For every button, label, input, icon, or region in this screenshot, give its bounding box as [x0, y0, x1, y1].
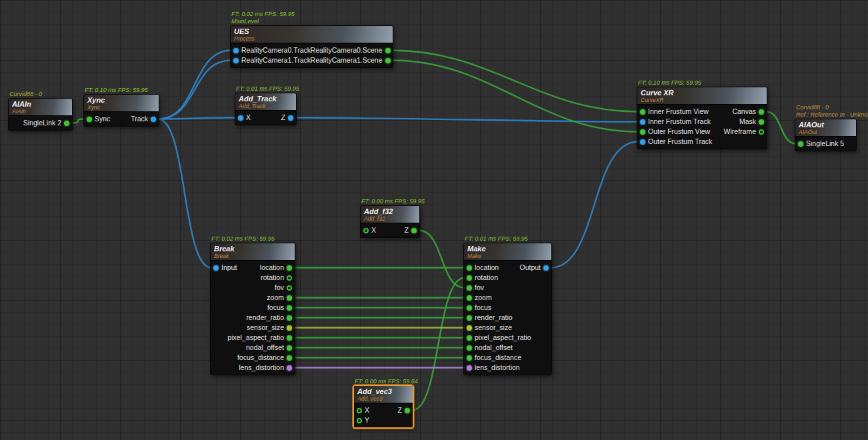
output-pin-nodal-offset[interactable]: [287, 345, 292, 351]
node-row: Y: [354, 415, 413, 425]
input-pin-x[interactable]: [363, 228, 369, 233]
input-pin-fov[interactable]: [467, 285, 472, 291]
input-pin-sensor-size[interactable]: [467, 325, 472, 331]
input-pin-rotation[interactable]: [467, 275, 472, 281]
pin-label: Wireframe: [724, 127, 756, 137]
node-aiaout[interactable]: Corvid88 - 0Ref : Reference In - Unknown…: [795, 119, 857, 151]
input-pin-nodal-offset[interactable]: [467, 345, 472, 351]
node-row: zoom: [464, 293, 551, 303]
node-header[interactable]: XyncXync: [84, 95, 159, 112]
pin-label: render_ratio: [475, 313, 513, 323]
output-pin-render-ratio[interactable]: [287, 315, 292, 321]
node-row: pixel_aspect_ratio: [211, 333, 295, 343]
pin-label: RealityCamera1.Scene: [311, 55, 383, 65]
node-subtitle: AIAOut: [799, 129, 853, 135]
output-pin-focus-distance[interactable]: [287, 355, 292, 361]
output-pin-fov[interactable]: [287, 285, 292, 291]
node-title: Xync: [87, 96, 155, 104]
pin-label: nodal_offset: [475, 343, 513, 353]
input-pin-outer-frustum-track[interactable]: [640, 139, 645, 145]
node-row: XZ: [354, 405, 413, 415]
node-title: Make: [467, 245, 548, 253]
node-header[interactable]: MakeMake: [464, 243, 551, 261]
node-make[interactable]: FT: 0.01 ms FPS: 59.95MakeMakelocationOu…: [463, 243, 552, 375]
pin-label: focus_distance: [237, 353, 284, 363]
output-pin-z[interactable]: [411, 228, 417, 233]
node-header[interactable]: Add_vec3Add_vec3: [354, 386, 413, 403]
nodes-layer: Corvid88 - 0AIAInAIAInSingleLink 2FT: 0.…: [0, 0, 868, 440]
node-annotations: FT: 0.01 ms FPS: 59.95: [465, 235, 528, 243]
input-pin-realitycamera1-track[interactable]: [233, 58, 239, 63]
node-row: RealityCamera0.TrackRealityCamera0.Scene: [231, 45, 393, 55]
node-row: render_ratio: [211, 313, 295, 323]
output-pin-z[interactable]: [288, 115, 293, 121]
node-header[interactable]: Curve XRCurveXR: [637, 87, 767, 105]
output-pin-realitycamera1-scene[interactable]: [385, 58, 391, 63]
output-pin-location[interactable]: [287, 265, 292, 271]
node-row: SingleLink 5: [795, 139, 856, 149]
output-pin-rotation[interactable]: [287, 275, 292, 281]
input-pin-zoom[interactable]: [467, 295, 472, 301]
output-pin-realitycamera0-scene[interactable]: [385, 48, 391, 53]
output-pin-mask[interactable]: [759, 119, 764, 125]
node-header[interactable]: Add_f32Add_f32: [361, 206, 419, 223]
node-ues[interactable]: FT: 0.02 ms FPS: 59.95MainLevelUESProces…: [230, 25, 393, 68]
output-pin-focus[interactable]: [287, 305, 292, 311]
output-pin-z[interactable]: [405, 408, 410, 413]
input-pin-inner-frustum-view[interactable]: [640, 109, 645, 115]
input-pin-render-ratio[interactable]: [467, 315, 472, 321]
node-row: render_ratio: [464, 313, 551, 323]
input-pin-location[interactable]: [467, 265, 472, 271]
output-pin-lens-distortion[interactable]: [287, 365, 292, 371]
node-header[interactable]: UESProcess: [231, 26, 393, 43]
node-header[interactable]: Add_TrackAdd_Track: [235, 93, 296, 111]
output-pin-singlelink-2[interactable]: [64, 121, 69, 126]
output-pin-output[interactable]: [543, 265, 549, 271]
node-curvexr[interactable]: FT: 0.10 ms FPS: 59.95Curve XRCurveXRInn…: [637, 87, 767, 149]
node-subtitle: Make: [467, 253, 548, 259]
input-pin-x[interactable]: [238, 115, 243, 121]
input-pin-x[interactable]: [357, 408, 362, 413]
node-xync[interactable]: FT: 0.10 ms FPS: 59.95XyncXyncSyncTrack: [83, 94, 159, 127]
node-addvec3[interactable]: FT: 0.00 ms FPS: 59.84Add_vec3Add_vec3XZ…: [353, 385, 413, 428]
pin-label: sensor_size: [475, 323, 512, 333]
pin-label: zoom: [267, 293, 284, 303]
input-pin-lens-distortion[interactable]: [467, 365, 472, 371]
node-header[interactable]: BreakBreak: [211, 243, 295, 261]
node-addf32[interactable]: FT: 0.00 ms FPS: 59.95Add_f32Add_f32XZ: [360, 205, 420, 238]
node-row: Inner Frustum TrackMask: [637, 117, 767, 127]
output-pin-pixel-aspect-ratio[interactable]: [287, 335, 292, 341]
node-row: Inner Frustum ViewCanvas: [637, 107, 767, 117]
input-pin-realitycamera0-track[interactable]: [233, 48, 239, 53]
pin-label: Output: [519, 263, 541, 273]
output-pin-sensor-size[interactable]: [287, 325, 292, 331]
node-aiain[interactable]: Corvid88 - 0AIAInAIAInSingleLink 2: [8, 98, 73, 131]
pin-label: X: [365, 405, 369, 415]
node-graph-canvas[interactable]: Corvid88 - 0AIAInAIAInSingleLink 2FT: 0.…: [0, 0, 868, 440]
input-pin-focus-distance[interactable]: [467, 355, 472, 361]
node-annotation-ft: FT: 0.02 ms FPS: 59.95: [211, 235, 275, 243]
output-pin-canvas[interactable]: [759, 109, 764, 115]
node-addtrack[interactable]: FT: 0.01 ms FPS: 59.95Add_TrackAdd_Track…: [235, 93, 297, 125]
node-header[interactable]: AIAOutAIAOut: [795, 119, 856, 137]
output-pin-track[interactable]: [151, 117, 156, 122]
pin-label: RealityCamera1.Track: [241, 55, 311, 65]
input-pin-pixel-aspect-ratio[interactable]: [467, 335, 472, 341]
input-pin-sync[interactable]: [87, 117, 92, 122]
node-break[interactable]: FT: 0.02 ms FPS: 59.95BreakBreakInputloc…: [210, 243, 295, 375]
input-pin-outer-frustum-view[interactable]: [640, 129, 645, 135]
input-pin-y[interactable]: [357, 418, 362, 423]
pin-label: SingleLink 2: [23, 118, 61, 128]
node-header[interactable]: AIAInAIAIn: [9, 99, 72, 116]
input-pin-inner-frustum-track[interactable]: [640, 119, 645, 125]
pin-label: Z: [405, 225, 409, 235]
pin-label: Canvas: [732, 107, 756, 117]
node-title: AIAIn: [12, 100, 69, 108]
input-pin-focus[interactable]: [467, 305, 472, 311]
output-pin-wireframe[interactable]: [759, 129, 764, 135]
node-row: rotation: [211, 273, 295, 283]
input-pin-singlelink-5[interactable]: [798, 141, 803, 147]
output-pin-zoom[interactable]: [287, 295, 292, 301]
input-pin-input[interactable]: [213, 265, 219, 271]
pin-label: Inner Frustum View: [648, 107, 709, 117]
